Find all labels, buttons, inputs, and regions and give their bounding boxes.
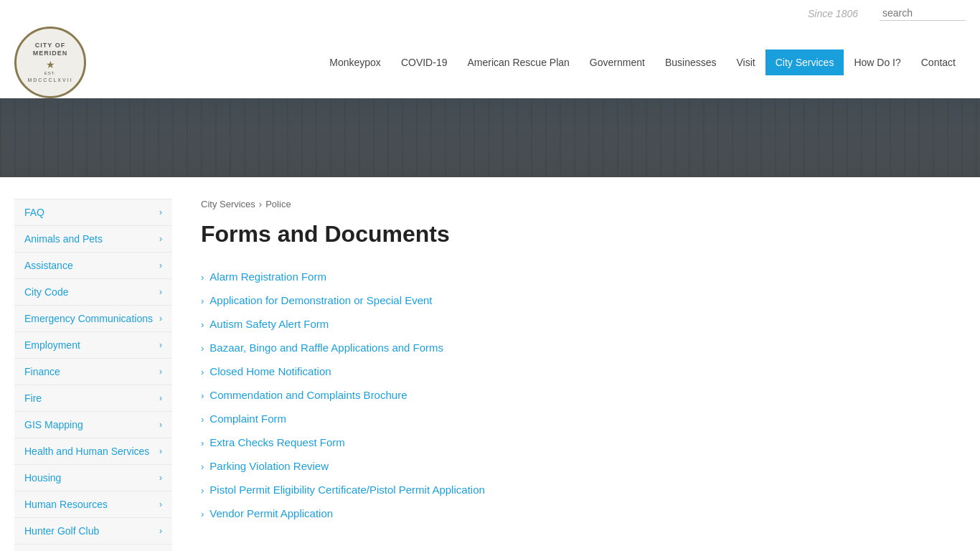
hero-banner xyxy=(0,98,980,177)
chevron-icon: › xyxy=(159,234,162,244)
breadcrumb-link[interactable]: Police xyxy=(265,199,291,209)
top-bar: Since 1806 xyxy=(0,0,980,27)
sidebar-item-housing[interactable]: Housing› xyxy=(14,465,172,491)
breadcrumb: City Services›Police xyxy=(201,199,951,209)
document-link[interactable]: Closed Home Notification xyxy=(209,365,331,377)
sidebar-item-hunter-golf-club[interactable]: Hunter Golf Club› xyxy=(14,518,172,545)
list-item: ›Complaint Form xyxy=(201,407,951,430)
chevron-icon: › xyxy=(159,446,162,456)
chevron-icon: › xyxy=(159,499,162,509)
document-link[interactable]: Autism Safety Alert Form xyxy=(209,318,329,330)
chevron-icon: › xyxy=(159,367,162,377)
document-link[interactable]: Vendor Permit Application xyxy=(209,507,333,519)
document-list: ›Alarm Registration Form›Application for… xyxy=(201,265,951,525)
list-item: ›Alarm Registration Form xyxy=(201,265,951,288)
nav-item-covid-19[interactable]: COVID-19 xyxy=(391,50,458,75)
chevron-icon: › xyxy=(159,473,162,483)
list-item: ›Application for Demonstration or Specia… xyxy=(201,288,951,312)
sidebar-item-city-code[interactable]: City Code› xyxy=(14,279,172,306)
search-input[interactable] xyxy=(880,6,966,21)
list-item: ›Bazaar, Bingo and Raffle Applications a… xyxy=(201,336,951,359)
list-item: ›Autism Safety Alert Form xyxy=(201,312,951,336)
document-link[interactable]: Bazaar, Bingo and Raffle Applications an… xyxy=(209,342,443,354)
chevron-icon: › xyxy=(159,260,162,270)
list-item: ›Closed Home Notification xyxy=(201,359,951,383)
chevron-icon: › xyxy=(201,272,204,283)
chevron-icon: › xyxy=(201,414,204,425)
list-item: ›Pistol Permit Eligibility Certificate/P… xyxy=(201,478,951,501)
sidebar-item-fire[interactable]: Fire› xyxy=(14,385,172,412)
chevron-icon: › xyxy=(201,509,204,519)
sidebar-item-animals-and-pets[interactable]: Animals and Pets› xyxy=(14,226,172,253)
sidebar-item-health-and-human-services[interactable]: Health and Human Services› xyxy=(14,438,172,465)
chevron-icon: › xyxy=(159,526,162,536)
page-title: Forms and Documents xyxy=(201,221,951,248)
sidebar-item-human-resources[interactable]: Human Resources› xyxy=(14,491,172,518)
chevron-icon: › xyxy=(159,207,162,217)
chevron-icon: › xyxy=(201,319,204,330)
document-link[interactable]: Commendation and Complaints Brochure xyxy=(209,389,407,401)
document-link[interactable]: Alarm Registration Form xyxy=(209,270,326,283)
chevron-icon: › xyxy=(159,314,162,324)
sidebar-item-emergency-communications[interactable]: Emergency Communications› xyxy=(14,306,172,332)
sidebar-item-employment[interactable]: Employment› xyxy=(14,332,172,359)
chevron-icon: › xyxy=(201,461,204,472)
main-nav: MonkeypoxCOVID-19American Rescue PlanGov… xyxy=(108,50,966,75)
breadcrumb-link[interactable]: City Services xyxy=(201,199,255,209)
nav-item-government[interactable]: Government xyxy=(580,50,655,75)
document-link[interactable]: Complaint Form xyxy=(209,413,286,425)
city-logo: CITY OF MERIDEN ★ EST. MDCCCLXVII xyxy=(14,27,86,98)
chevron-icon: › xyxy=(201,367,204,377)
chevron-icon: › xyxy=(201,296,204,306)
sidebar: FAQ›Animals and Pets›Assistance›City Cod… xyxy=(14,199,172,551)
chevron-icon: › xyxy=(201,390,204,401)
chevron-icon: › xyxy=(159,420,162,430)
nav-item-visit[interactable]: Visit xyxy=(727,50,765,75)
nav-item-how-do-i?[interactable]: How Do I? xyxy=(844,50,910,75)
sidebar-item-library[interactable]: Library› xyxy=(14,545,172,551)
nav-item-businesses[interactable]: Businesses xyxy=(655,50,727,75)
list-item: ›Commendation and Complaints Brochure xyxy=(201,383,951,407)
chevron-icon: › xyxy=(159,393,162,403)
nav-item-contact[interactable]: Contact xyxy=(911,50,966,75)
nav-item-monkeypox[interactable]: Monkeypox xyxy=(319,50,391,75)
chevron-icon: › xyxy=(201,485,204,496)
list-item: ›Vendor Permit Application xyxy=(201,501,951,525)
page-container: FAQ›Animals and Pets›Assistance›City Cod… xyxy=(0,177,980,551)
chevron-icon: › xyxy=(201,438,204,448)
chevron-icon: › xyxy=(159,287,162,297)
sidebar-item-finance[interactable]: Finance› xyxy=(14,359,172,385)
document-link[interactable]: Pistol Permit Eligibility Certificate/Pi… xyxy=(209,484,484,496)
chevron-icon: › xyxy=(159,340,162,350)
main-content: City Services›Police Forms and Documents… xyxy=(187,199,966,551)
nav-item-city-services[interactable]: City Services xyxy=(765,50,844,75)
sidebar-item-faq[interactable]: FAQ› xyxy=(14,199,172,226)
since-text: Since 1806 xyxy=(808,8,858,19)
nav-item-american-rescue-plan[interactable]: American Rescue Plan xyxy=(457,50,579,75)
document-link[interactable]: Application for Demonstration or Special… xyxy=(209,294,432,306)
logo-area: CITY OF MERIDEN ★ EST. MDCCCLXVII xyxy=(14,27,86,98)
list-item: ›Extra Checks Request Form xyxy=(201,430,951,454)
chevron-icon: › xyxy=(201,343,204,354)
sidebar-item-gis-mapping[interactable]: GIS Mapping› xyxy=(14,412,172,438)
list-item: ›Parking Violation Review xyxy=(201,454,951,478)
document-link[interactable]: Parking Violation Review xyxy=(209,460,329,472)
header: CITY OF MERIDEN ★ EST. MDCCCLXVII Monkey… xyxy=(0,27,980,98)
sidebar-item-assistance[interactable]: Assistance› xyxy=(14,253,172,279)
document-link[interactable]: Extra Checks Request Form xyxy=(209,436,344,448)
